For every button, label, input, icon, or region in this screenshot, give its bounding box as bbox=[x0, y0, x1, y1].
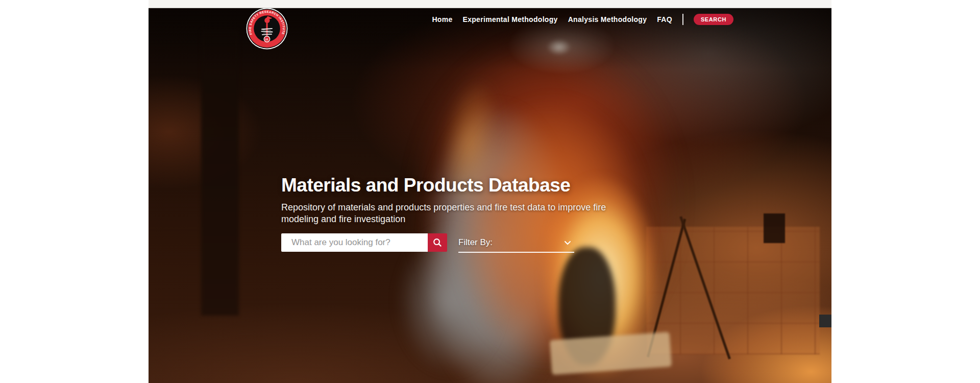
filter-by-label: Filter By: bbox=[458, 237, 493, 248]
top-strip bbox=[149, 0, 831, 8]
nav-link-analysis-methodology[interactable]: Analysis Methodology bbox=[568, 15, 647, 23]
hero-art-pillar bbox=[201, 30, 239, 316]
page-subtitle: Repository of materials and products pro… bbox=[281, 202, 606, 225]
main-nav: Home Experimental Methodology Analysis M… bbox=[432, 13, 733, 26]
nav-link-experimental-methodology[interactable]: Experimental Methodology bbox=[463, 15, 558, 23]
edge-widget-button[interactable] bbox=[819, 315, 831, 327]
subtitle-line-2: modeling and fire investigation bbox=[281, 213, 606, 225]
search-bar: Filter By: bbox=[281, 233, 574, 253]
subtitle-line-1: Repository of materials and products pro… bbox=[281, 202, 606, 213]
hero-art-pole bbox=[647, 219, 686, 357]
page-container: FIRE SAFETY RESEARCH INSTITUTE UL bbox=[149, 0, 831, 383]
nav-search-button[interactable]: SEARCH bbox=[694, 14, 733, 25]
logo-ul-text: UL bbox=[265, 38, 269, 41]
magnifier-icon bbox=[433, 238, 442, 247]
search-input[interactable] bbox=[281, 233, 428, 252]
hero-art-flame-mid bbox=[454, 98, 650, 366]
chevron-down-icon bbox=[564, 241, 571, 245]
nav-separator bbox=[682, 14, 683, 25]
search-submit-button[interactable] bbox=[428, 233, 447, 252]
hero-art-ceiling-lights bbox=[547, 39, 571, 55]
nav-link-faq[interactable]: FAQ bbox=[657, 15, 672, 23]
nav-link-home[interactable]: Home bbox=[432, 15, 452, 23]
fsri-logo[interactable]: FIRE SAFETY RESEARCH INSTITUTE UL bbox=[246, 8, 288, 50]
hero-section: FIRE SAFETY RESEARCH INSTITUTE UL bbox=[149, 8, 831, 383]
page-title: Materials and Products Database bbox=[281, 174, 570, 197]
hero-art-osb-wall bbox=[646, 227, 820, 354]
hero-art-panel-box bbox=[764, 213, 785, 243]
hero-art-plywood-board bbox=[550, 332, 672, 375]
hero-art-pole bbox=[679, 216, 731, 360]
hero-art-burnt-object bbox=[558, 247, 616, 366]
fsri-logo-graphic: FIRE SAFETY RESEARCH INSTITUTE UL bbox=[246, 8, 288, 50]
filter-by-dropdown[interactable]: Filter By: bbox=[458, 233, 574, 253]
